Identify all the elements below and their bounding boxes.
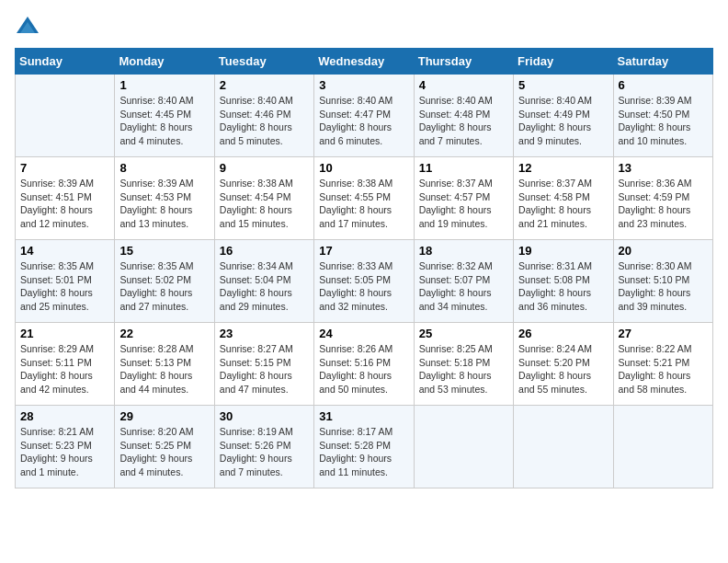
day-number: 5 [518, 78, 608, 92]
day-detail: Sunrise: 8:40 AMSunset: 4:46 PMDaylight:… [220, 94, 309, 148]
day-cell: 16 Sunrise: 8:34 AMSunset: 5:04 PMDaylig… [214, 240, 313, 323]
day-cell: 26 Sunrise: 8:24 AMSunset: 5:20 PMDaylig… [514, 323, 613, 406]
day-detail: Sunrise: 8:39 AMSunset: 4:53 PMDaylight:… [119, 177, 209, 231]
header-sunday: Sunday [16, 49, 115, 75]
day-number: 7 [20, 161, 109, 175]
day-cell: 25 Sunrise: 8:25 AMSunset: 5:18 PMDaylig… [414, 323, 513, 406]
day-detail: Sunrise: 8:35 AMSunset: 5:02 PMDaylight:… [119, 259, 209, 314]
day-cell: 12 Sunrise: 8:37 AMSunset: 4:58 PMDaylig… [514, 157, 613, 240]
calendar-table: SundayMondayTuesdayWednesdayThursdayFrid… [15, 48, 713, 488]
day-number: 11 [419, 161, 508, 175]
day-cell: 20 Sunrise: 8:30 AMSunset: 5:10 PMDaylig… [613, 240, 712, 323]
day-number: 10 [319, 161, 408, 175]
day-detail: Sunrise: 8:27 AMSunset: 5:15 PMDaylight:… [220, 342, 309, 396]
day-cell: 8 Sunrise: 8:39 AMSunset: 4:53 PMDayligh… [115, 157, 214, 240]
day-number: 4 [419, 78, 508, 92]
day-detail: Sunrise: 8:36 AMSunset: 4:59 PMDaylight:… [619, 177, 708, 231]
day-detail: Sunrise: 8:38 AMSunset: 4:55 PMDaylight:… [319, 177, 408, 231]
header-wednesday: Wednesday [314, 49, 414, 75]
day-detail: Sunrise: 8:40 AMSunset: 4:49 PMDaylight:… [518, 94, 608, 148]
day-detail: Sunrise: 8:17 AMSunset: 5:28 PMDaylight:… [319, 425, 408, 479]
day-number: 30 [220, 409, 309, 423]
day-detail: Sunrise: 8:24 AMSunset: 5:20 PMDaylight:… [518, 342, 608, 396]
day-number: 25 [419, 327, 508, 340]
day-detail: Sunrise: 8:37 AMSunset: 4:57 PMDaylight:… [419, 177, 508, 231]
day-cell: 5 Sunrise: 8:40 AMSunset: 4:49 PMDayligh… [514, 75, 613, 157]
day-cell: 17 Sunrise: 8:33 AMSunset: 5:05 PMDaylig… [314, 240, 414, 323]
day-cell: 28 Sunrise: 8:21 AMSunset: 5:23 PMDaylig… [16, 406, 115, 488]
day-detail: Sunrise: 8:40 AMSunset: 4:45 PMDaylight:… [119, 94, 209, 148]
day-number: 26 [518, 327, 608, 340]
day-detail: Sunrise: 8:37 AMSunset: 4:58 PMDaylight:… [518, 177, 608, 231]
day-detail: Sunrise: 8:38 AMSunset: 4:54 PMDaylight:… [220, 177, 309, 231]
header-monday: Monday [115, 49, 214, 75]
day-detail: Sunrise: 8:19 AMSunset: 5:26 PMDaylight:… [220, 425, 309, 479]
week-row-5: 28 Sunrise: 8:21 AMSunset: 5:23 PMDaylig… [16, 406, 713, 488]
day-number: 18 [419, 244, 508, 258]
day-cell: 31 Sunrise: 8:17 AMSunset: 5:28 PMDaylig… [314, 406, 414, 488]
day-cell: 6 Sunrise: 8:39 AMSunset: 4:50 PMDayligh… [613, 75, 712, 157]
day-detail: Sunrise: 8:30 AMSunset: 5:10 PMDaylight:… [619, 259, 708, 314]
day-cell: 27 Sunrise: 8:22 AMSunset: 5:21 PMDaylig… [613, 323, 712, 406]
day-number: 13 [619, 161, 708, 175]
day-number: 27 [619, 327, 708, 340]
day-cell [514, 406, 613, 488]
day-number: 2 [220, 78, 309, 92]
day-detail: Sunrise: 8:40 AMSunset: 4:48 PMDaylight:… [419, 94, 508, 148]
day-cell: 30 Sunrise: 8:19 AMSunset: 5:26 PMDaylig… [214, 406, 313, 488]
day-detail: Sunrise: 8:31 AMSunset: 5:08 PMDaylight:… [518, 259, 608, 314]
day-cell: 15 Sunrise: 8:35 AMSunset: 5:02 PMDaylig… [115, 240, 214, 323]
week-row-4: 21 Sunrise: 8:29 AMSunset: 5:11 PMDaylig… [16, 323, 713, 406]
day-number: 29 [119, 409, 209, 423]
week-row-3: 14 Sunrise: 8:35 AMSunset: 5:01 PMDaylig… [16, 240, 713, 323]
day-cell: 13 Sunrise: 8:36 AMSunset: 4:59 PMDaylig… [613, 157, 712, 240]
day-detail: Sunrise: 8:32 AMSunset: 5:07 PMDaylight:… [419, 259, 508, 314]
day-detail: Sunrise: 8:28 AMSunset: 5:13 PMDaylight:… [119, 342, 209, 396]
day-number: 16 [220, 244, 309, 258]
day-cell: 9 Sunrise: 8:38 AMSunset: 4:54 PMDayligh… [214, 157, 313, 240]
day-number: 22 [119, 327, 209, 340]
day-detail: Sunrise: 8:34 AMSunset: 5:04 PMDaylight:… [220, 259, 309, 314]
day-cell [414, 406, 513, 488]
day-number: 21 [20, 327, 109, 340]
week-row-2: 7 Sunrise: 8:39 AMSunset: 4:51 PMDayligh… [16, 157, 713, 240]
day-cell: 4 Sunrise: 8:40 AMSunset: 4:48 PMDayligh… [414, 75, 513, 157]
day-cell: 14 Sunrise: 8:35 AMSunset: 5:01 PMDaylig… [16, 240, 115, 323]
header-tuesday: Tuesday [214, 49, 313, 75]
day-number: 28 [20, 409, 109, 423]
day-number: 20 [619, 244, 708, 258]
day-cell: 11 Sunrise: 8:37 AMSunset: 4:57 PMDaylig… [414, 157, 513, 240]
day-number: 8 [119, 161, 209, 175]
day-detail: Sunrise: 8:40 AMSunset: 4:47 PMDaylight:… [319, 94, 408, 148]
header-friday: Friday [514, 49, 613, 75]
day-cell: 7 Sunrise: 8:39 AMSunset: 4:51 PMDayligh… [16, 157, 115, 240]
day-detail: Sunrise: 8:33 AMSunset: 5:05 PMDaylight:… [319, 259, 408, 314]
day-detail: Sunrise: 8:21 AMSunset: 5:23 PMDaylight:… [20, 425, 109, 479]
day-detail: Sunrise: 8:26 AMSunset: 5:16 PMDaylight:… [319, 342, 408, 396]
day-detail: Sunrise: 8:29 AMSunset: 5:11 PMDaylight:… [20, 342, 109, 396]
page-header [15, 15, 713, 40]
day-cell: 1 Sunrise: 8:40 AMSunset: 4:45 PMDayligh… [115, 75, 214, 157]
day-cell: 23 Sunrise: 8:27 AMSunset: 5:15 PMDaylig… [214, 323, 313, 406]
day-number: 31 [319, 409, 408, 423]
day-detail: Sunrise: 8:22 AMSunset: 5:21 PMDaylight:… [619, 342, 708, 396]
day-cell: 24 Sunrise: 8:26 AMSunset: 5:16 PMDaylig… [314, 323, 414, 406]
day-number: 6 [619, 78, 708, 92]
day-number: 19 [518, 244, 608, 258]
day-number: 1 [119, 78, 209, 92]
day-number: 3 [319, 78, 408, 92]
calendar-header-row: SundayMondayTuesdayWednesdayThursdayFrid… [16, 49, 713, 75]
day-cell: 22 Sunrise: 8:28 AMSunset: 5:13 PMDaylig… [115, 323, 214, 406]
day-number: 12 [518, 161, 608, 175]
header-saturday: Saturday [613, 49, 712, 75]
week-row-1: 1 Sunrise: 8:40 AMSunset: 4:45 PMDayligh… [16, 75, 713, 157]
header-thursday: Thursday [414, 49, 513, 75]
day-cell: 19 Sunrise: 8:31 AMSunset: 5:08 PMDaylig… [514, 240, 613, 323]
day-cell: 10 Sunrise: 8:38 AMSunset: 4:55 PMDaylig… [314, 157, 414, 240]
day-number: 14 [20, 244, 109, 258]
day-cell: 3 Sunrise: 8:40 AMSunset: 4:47 PMDayligh… [314, 75, 414, 157]
day-detail: Sunrise: 8:35 AMSunset: 5:01 PMDaylight:… [20, 259, 109, 314]
day-number: 9 [220, 161, 309, 175]
logo-icon [15, 15, 40, 40]
day-cell: 29 Sunrise: 8:20 AMSunset: 5:25 PMDaylig… [115, 406, 214, 488]
